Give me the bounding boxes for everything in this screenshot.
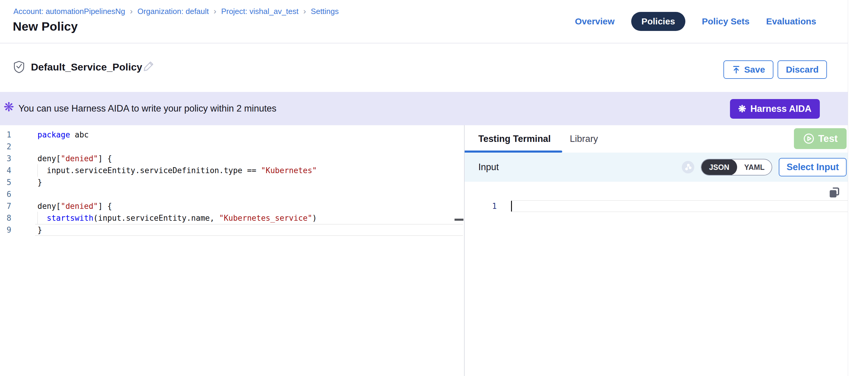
code-line-6: 6 <box>0 188 464 200</box>
save-button[interactable]: Save <box>723 60 773 79</box>
play-circle-icon <box>803 133 815 145</box>
breadcrumb-separator: › <box>303 6 306 16</box>
breadcrumb: Account: automationPipelinesNg›Organizat… <box>13 6 339 16</box>
line-number: 2 <box>0 142 11 151</box>
line-number: 1 <box>0 130 11 139</box>
code-line-5: 5} <box>0 177 464 188</box>
line-number: 4 <box>0 166 11 175</box>
nav-policies[interactable]: Policies <box>631 12 685 31</box>
edit-policy-name-icon[interactable] <box>142 60 155 72</box>
select-input-button[interactable]: Select Input <box>779 158 846 177</box>
format-option-yaml[interactable]: YAML <box>737 159 772 176</box>
discard-button-label: Discard <box>786 65 818 75</box>
format-toggle: JSONYAML <box>701 159 773 176</box>
policy-code-editor[interactable]: 1package abc23deny["denied"] {4 input.se… <box>0 125 464 376</box>
policy-name: Default_Service_Policy <box>31 61 142 73</box>
content-right-edge <box>848 0 848 376</box>
breadcrumb-item-4[interactable]: Settings <box>311 7 339 16</box>
upload-icon <box>732 65 741 74</box>
shield-check-icon <box>14 61 24 73</box>
code-line-7: 7deny["denied"] { <box>0 200 464 212</box>
nav-overview[interactable]: Overview <box>575 17 615 27</box>
editor-overview-cursor-mark <box>455 219 463 221</box>
input-header-bar: Input JSONYAML Select <box>465 153 848 182</box>
active-tab-underline <box>465 151 562 153</box>
discard-button[interactable]: Discard <box>778 60 827 79</box>
breadcrumb-separator: › <box>214 6 216 16</box>
harness-aida-button-label: Harness AIDA <box>750 103 811 114</box>
policy-header-row: Default_Service_Policy Save Discard <box>0 44 848 91</box>
current-line-highlight <box>511 200 848 212</box>
aida-flower-icon-white: ❋ <box>738 104 746 114</box>
terminal-tabs: Testing TerminalLibrary <box>465 125 848 153</box>
policy-actions: Save Discard <box>723 60 827 79</box>
breadcrumb-separator: › <box>130 6 133 16</box>
test-button-label: Test <box>818 133 838 144</box>
graph-view-icon <box>682 161 694 174</box>
nav-policy-sets[interactable]: Policy Sets <box>702 17 750 27</box>
line-number: 8 <box>0 214 11 222</box>
code-line-3: 3deny["denied"] { <box>0 153 464 164</box>
new-policy-page: Account: automationPipelinesNg›Organizat… <box>0 0 868 376</box>
top-nav: OverviewPoliciesPolicy SetsEvaluations <box>575 12 816 31</box>
line-number: 5 <box>0 178 11 187</box>
aida-banner-message: You can use Harness AIDA to write your p… <box>19 103 276 114</box>
testing-terminal-panel: Testing TerminalLibrary Test Input <box>465 125 848 376</box>
tab-library[interactable]: Library <box>570 133 598 144</box>
aida-flower-icon: ❋ <box>4 101 14 113</box>
input-label: Input <box>478 162 499 173</box>
breadcrumb-item-2[interactable]: Organization: default <box>137 7 209 16</box>
breadcrumb-item-3[interactable]: Project: vishal_av_test <box>221 7 298 16</box>
code-line-2: 2 <box>0 141 464 153</box>
aida-banner: ❋ You can use Harness AIDA to write your… <box>0 92 848 125</box>
code-line-8: 8 startswith(input.serviceEntity.name, "… <box>0 212 464 224</box>
line-number: 7 <box>0 202 11 211</box>
test-input-editor[interactable]: 1 <box>465 182 848 376</box>
page-title: New Policy <box>13 20 78 34</box>
page-header: Account: automationPipelinesNg›Organizat… <box>0 0 848 43</box>
save-button-label: Save <box>744 65 765 75</box>
main-content: 1package abc23deny["denied"] {4 input.se… <box>0 125 848 376</box>
code-line-4: 4 input.serviceEntity.serviceDefinition.… <box>0 164 464 177</box>
code-line-9: 9} <box>0 224 464 236</box>
format-option-json[interactable]: JSON <box>702 159 737 176</box>
nav-evaluations[interactable]: Evaluations <box>766 17 816 27</box>
line-number: 9 <box>0 225 11 234</box>
copy-icon[interactable] <box>828 186 841 199</box>
text-cursor <box>511 201 512 212</box>
breadcrumb-item-1[interactable]: Account: automationPipelinesNg <box>13 7 125 16</box>
line-number: 3 <box>0 154 11 163</box>
code-line-1: 1package abc <box>0 129 464 141</box>
input-line-number: 1 <box>465 202 497 211</box>
harness-aida-button[interactable]: ❋ Harness AIDA <box>730 99 820 119</box>
input-line-1: 1 <box>465 200 848 212</box>
tab-testing-terminal[interactable]: Testing Terminal <box>478 133 551 144</box>
test-button[interactable]: Test <box>794 128 846 149</box>
line-number: 6 <box>0 190 11 199</box>
